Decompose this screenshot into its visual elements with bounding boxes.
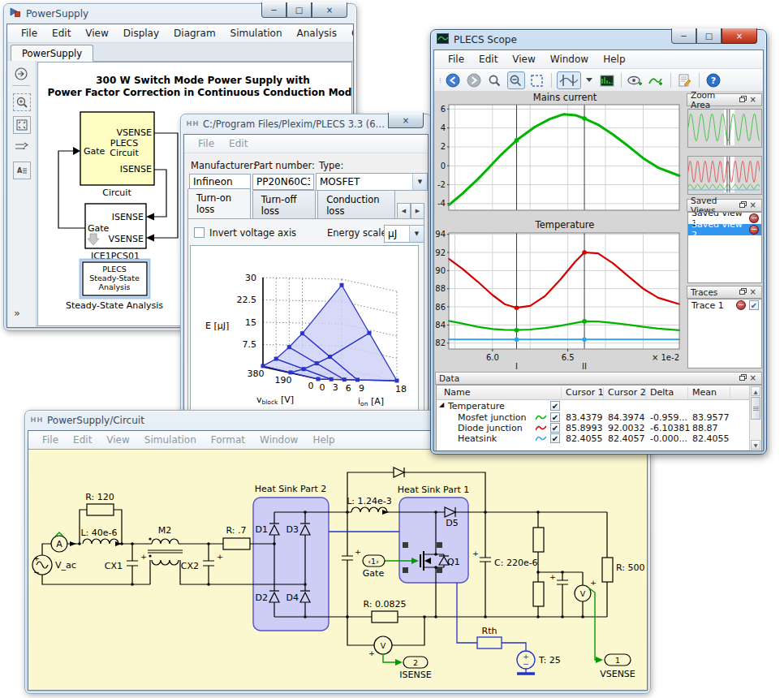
col-cursor1[interactable]: Cursor 1 [566,387,604,398]
delete-trace-icon[interactable]: − [736,300,746,310]
cursors-dropdown-icon[interactable] [584,71,595,89]
delete-view-icon[interactable]: − [749,225,759,235]
close-button[interactable]: × [388,113,424,128]
circuit-subsystem-block[interactable]: VSENSE PLECS Circuit Gate ISENSE [80,112,154,185]
col-mean[interactable]: Mean [692,387,717,398]
menu-diagram[interactable]: Diagram [166,26,223,41]
menu-help[interactable]: Help [596,52,632,67]
temperature-plot-svg[interactable]: 949290888684826.06.5× 1e-2III [434,230,681,369]
close-button[interactable]: × [312,2,347,18]
circuit-schematic-svg[interactable]: Heat Sink Part 2 Heat Sink Part 1 + − V_… [24,452,651,694]
menu-file[interactable]: File [191,136,222,151]
tab-conduction-loss[interactable]: Conduction loss [317,190,395,219]
minimize-button[interactable]: ─ [261,2,286,18]
dc-link-capacitor[interactable] [342,556,353,560]
scroll-down-icon[interactable]: ▼ [751,440,760,450]
invert-voltage-axis-checkbox[interactable] [194,227,205,238]
tab-powersupply[interactable]: PowerSupply [11,45,93,62]
delete-view-icon[interactable]: − [749,213,759,223]
menu-file[interactable]: File [441,52,472,67]
type-dropdown[interactable]: MOSFET ▼ [316,173,428,191]
cx1-capacitor[interactable] [127,561,138,566]
menu-analysis[interactable]: Analysis [290,26,344,41]
back-button[interactable] [444,71,462,89]
heat-sink-part2-block[interactable] [253,498,329,631]
filter-inductor[interactable] [83,539,118,544]
part-number-input[interactable] [252,174,314,190]
close-panel-icon[interactable]: × [748,201,758,209]
properties-icon[interactable] [676,71,694,89]
minimize-button[interactable]: ─ [671,28,696,44]
cursors-button[interactable] [557,71,581,89]
cx2-capacitor[interactable] [203,561,214,566]
menu-edit[interactable]: Edit [45,26,78,41]
table-row[interactable]: Mosfet junction ✔ 83.4379 84.3974 -0.959… [437,412,749,423]
group-visible-checkbox[interactable]: ✔ [550,401,560,411]
energy-scale-dropdown[interactable]: µJ ▼ [384,225,424,243]
close-panel-icon[interactable]: × [748,374,758,382]
float-panel-icon[interactable] [738,288,748,296]
signal-visible-checkbox[interactable]: ✔ [550,412,560,422]
add-view-icon[interactable] [627,71,644,89]
menu-view[interactable]: View [78,26,115,41]
zoom-thumbnail-2[interactable] [687,156,762,195]
load-resistor[interactable] [602,558,613,582]
surface-plot-svg[interactable]: 7.51522.5303801900036918E [µJ]vblock [V]… [194,248,411,409]
scroll-up-icon[interactable]: ▲ [751,386,760,396]
heat-sink-part1-block[interactable] [399,498,468,583]
close-button[interactable]: × [722,28,757,44]
menu-window[interactable]: Window [252,433,305,447]
menu-help[interactable]: Help [305,433,342,447]
menu-edit[interactable]: Edit [222,136,255,151]
menu-simulation[interactable]: Simulation [137,433,204,447]
menu-edit[interactable]: Edit [472,52,505,67]
controller-block[interactable]: ISENSE Gate VSENSE [85,204,146,248]
float-panel-icon[interactable] [738,374,748,382]
float-panel-icon[interactable] [738,201,748,209]
menu-display[interactable]: Display [116,26,166,41]
mains-plot-svg[interactable]: 6420-2-4 [434,102,681,214]
col-name[interactable]: Name [444,387,470,398]
menu-file[interactable]: File [35,433,66,447]
maximize-button[interactable]: □ [286,2,312,18]
manufacturer-input[interactable] [189,174,251,190]
trace-visible-checkbox[interactable]: ✔ [749,300,759,310]
filter-resistor[interactable] [87,504,114,515]
zoom-fit-icon[interactable] [528,71,546,89]
trace-item[interactable]: Trace 1 − ✔ [688,299,761,311]
table-scrollbar[interactable]: ▲ ▼ [749,386,761,450]
table-row[interactable]: Diode junction ✔ 85.8993 92.0032 -6.1038… [437,423,749,433]
close-panel-icon[interactable]: × [748,288,758,296]
damping-resistor[interactable] [223,538,250,549]
sense-capacitor[interactable] [557,580,568,584]
tab-turn-off-loss[interactable]: Turn-off loss [252,190,316,219]
signal-flow-icon[interactable] [13,139,29,155]
signal-visible-checkbox[interactable]: ✔ [550,423,560,433]
menu-format[interactable]: Format [204,433,252,447]
expand-icon[interactable]: ◢ [439,401,444,408]
toolbar-overflow-chevron[interactable]: » [14,307,20,319]
fourier-view-icon[interactable] [598,71,616,89]
show-names-icon[interactable]: A [13,162,31,179]
tab-turn-on-loss[interactable]: Turn-on loss [187,188,251,219]
shunt-resistor[interactable] [372,611,398,623]
zoom-select-icon[interactable] [13,93,31,111]
col-cursor2[interactable]: Cursor 2 [608,387,646,398]
bypass-diode[interactable] [394,467,404,477]
menu-window[interactable]: Window [543,52,596,67]
menu-view[interactable]: View [99,433,136,447]
steady-state-block[interactable]: PLECS Steady-State Analysis [80,260,149,298]
divider-resistor-bottom[interactable] [533,582,544,606]
forward-button[interactable] [465,71,483,89]
zoom-icon[interactable] [486,71,504,89]
zoom-x-icon[interactable] [507,71,525,89]
col-delta[interactable]: Delta [650,387,674,398]
common-mode-choke[interactable] [148,537,183,565]
boost-inductor[interactable] [351,507,387,512]
menu-simulation[interactable]: Simulation [223,26,290,41]
divider-resistor-top[interactable] [533,528,544,552]
tab-scroll-left-icon[interactable]: ◀ [397,203,411,219]
menu-file[interactable]: File [14,26,45,41]
menu-view[interactable]: View [505,52,542,67]
table-row[interactable]: Heatsink ✔ 82.4055 82.4057 -0.000... 82.… [437,433,749,444]
